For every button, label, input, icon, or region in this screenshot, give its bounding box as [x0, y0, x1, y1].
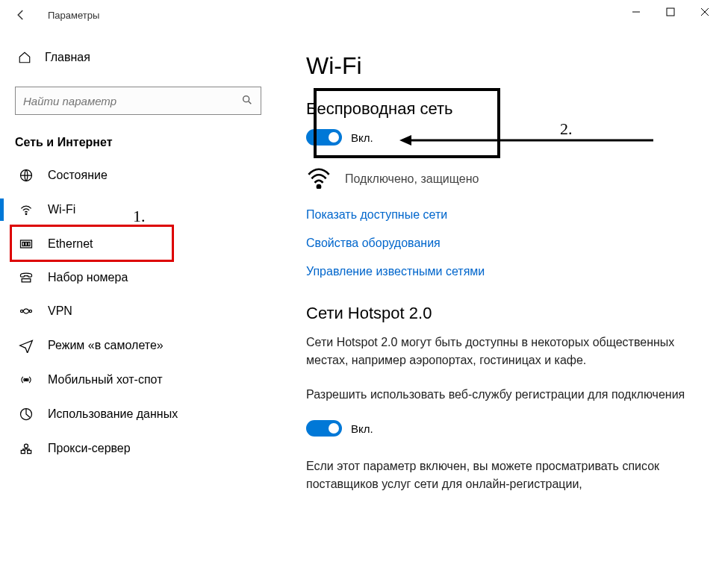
window-title: Параметры: [48, 10, 99, 21]
sidebar-item-label: Использование данных: [48, 407, 178, 421]
search-input[interactable]: [23, 95, 232, 107]
sidebar-item-data-usage[interactable]: Использование данных: [0, 397, 284, 431]
sidebar-nav: Состояние Wi-Fi Ethernet Набор номера: [0, 158, 284, 466]
wifi-toggle-label: Вкл.: [351, 131, 373, 144]
svg-rect-11: [28, 243, 31, 246]
sidebar-item-wifi[interactable]: Wi-Fi: [0, 193, 284, 227]
sidebar-item-airplane[interactable]: Режим «в самолете»: [0, 328, 284, 363]
svg-point-4: [243, 96, 249, 101]
hotspot-icon: [18, 372, 34, 387]
sidebar-item-proxy[interactable]: Прокси-сервер: [0, 431, 284, 466]
home-icon: [18, 51, 33, 64]
hotspot-toggle-label: Вкл.: [351, 422, 373, 435]
sidebar-item-label: Прокси-сервер: [48, 442, 131, 455]
search-input-container[interactable]: [15, 87, 261, 115]
svg-line-5: [249, 101, 251, 104]
svg-point-12: [21, 310, 23, 312]
sidebar-item-vpn[interactable]: VPN: [0, 294, 284, 328]
svg-rect-17: [21, 451, 25, 454]
wifi-icon: [18, 202, 34, 217]
sidebar-item-hotspot[interactable]: Мобильный хот-спот: [0, 363, 284, 397]
hotspot-description: Сети Hotspot 2.0 могут быть доступны в н…: [306, 334, 700, 369]
globe-icon: [18, 168, 34, 183]
vpn-icon: [18, 304, 34, 319]
link-show-networks[interactable]: Показать доступные сети: [306, 208, 700, 222]
sidebar-item-status[interactable]: Состояние: [0, 158, 284, 193]
link-known-networks[interactable]: Управление известными сетями: [306, 265, 700, 278]
sidebar-item-label: VPN: [48, 304, 72, 318]
svg-rect-10: [25, 243, 28, 246]
hotspot-heading: Сети Hotspot 2.0: [306, 304, 700, 323]
sidebar-item-dialup[interactable]: Набор номера: [0, 261, 284, 294]
sidebar-item-label: Ethernet: [48, 237, 93, 251]
home-link[interactable]: Главная: [15, 45, 284, 70]
minimize-button[interactable]: [619, 0, 653, 24]
sidebar-item-label: Мобильный хот-спот: [48, 373, 162, 387]
link-hardware-properties[interactable]: Свойства оборудования: [306, 237, 700, 250]
sidebar-item-label: Состояние: [48, 169, 108, 182]
hotspot-note: Если этот параметр включен, вы можете пр…: [306, 457, 700, 493]
sidebar-item-ethernet[interactable]: Ethernet: [0, 227, 284, 261]
dialup-icon: [18, 271, 34, 284]
sidebar-item-label: Wi-Fi: [48, 203, 75, 216]
close-button[interactable]: [688, 0, 722, 24]
svg-rect-1: [667, 8, 674, 16]
page-title: Wi-Fi: [306, 52, 700, 80]
home-label: Главная: [45, 51, 90, 64]
svg-point-14: [25, 378, 27, 381]
sidebar-item-label: Набор номера: [48, 271, 128, 284]
svg-point-19: [317, 185, 320, 188]
svg-point-13: [29, 310, 31, 312]
sidebar-category: Сеть и Интернет: [15, 136, 284, 149]
sidebar-item-label: Режим «в самолете»: [48, 339, 164, 352]
wireless-heading: Беспроводная сеть: [306, 99, 700, 119]
wifi-signal-icon: [306, 166, 332, 192]
data-usage-icon: [18, 407, 34, 422]
hotspot-toggle[interactable]: [306, 420, 342, 437]
svg-point-16: [25, 444, 28, 448]
svg-rect-18: [28, 451, 31, 454]
wifi-toggle[interactable]: [306, 129, 342, 146]
wifi-status-text: Подключено, защищено: [345, 172, 479, 186]
svg-rect-9: [22, 243, 25, 246]
maximize-button[interactable]: [653, 0, 688, 24]
proxy-icon: [18, 441, 34, 456]
airplane-icon: [18, 338, 34, 353]
svg-point-7: [25, 213, 27, 215]
back-button[interactable]: [12, 6, 30, 24]
hotspot-allow-text: Разрешить использовать веб-службу регист…: [306, 386, 700, 404]
ethernet-icon: [18, 237, 34, 251]
search-icon: [241, 94, 253, 108]
